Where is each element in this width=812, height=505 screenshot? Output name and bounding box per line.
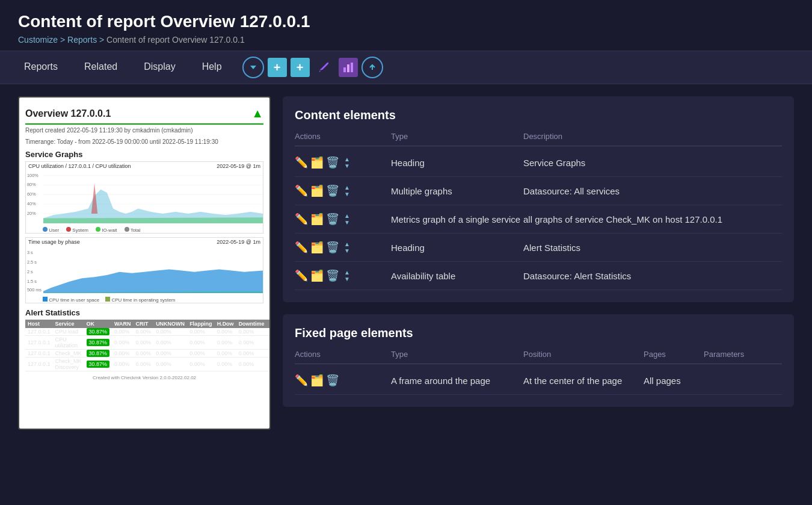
sort-up-2[interactable]: ▲ <box>344 184 350 191</box>
fixed-row-position-1: At the center of the page <box>523 376 644 386</box>
breadcrumb-customize[interactable]: Customize <box>18 35 58 45</box>
dropdown-icon[interactable] <box>242 57 264 78</box>
fixed-row-1: ✏️ 🗂️ 🗑️ A frame around the page At the … <box>295 367 782 395</box>
breadcrumb-current: Content of report Overview 127.0.0.1 <box>106 35 245 45</box>
th-hdow: H.Dow <box>215 320 236 328</box>
th-na: N.A <box>267 320 271 328</box>
tab-related[interactable]: Related <box>72 52 129 84</box>
fixed-copy-icon-1[interactable]: 🗂️ <box>310 374 324 387</box>
tab-display[interactable]: Display <box>132 52 187 84</box>
fixed-col-header-type: Type <box>391 350 523 359</box>
preview-footer: Created with Checkmk Version 2.0.0-2022.… <box>25 375 263 380</box>
preview-alert-table: Host Service OK WARN CRIT UNKNOWN Flappi… <box>25 320 271 371</box>
sort-arrows-3: ▲ ▼ <box>344 212 350 226</box>
chart-icon[interactable] <box>339 58 358 77</box>
content-elements-title: Content elements <box>295 108 782 122</box>
time-chart-label: Time usage by phase <box>28 239 80 245</box>
svg-text:1.5 s: 1.5 s <box>27 279 37 284</box>
sort-up-1[interactable]: ▲ <box>344 156 350 163</box>
content-row-1: ✏️ 🗂️ 🗑️ ▲ ▼ Heading Service Graphs <box>295 149 782 177</box>
cpu-legend: User System IO-wait Total <box>26 226 263 234</box>
sort-down-5[interactable]: ▼ <box>344 276 350 282</box>
action-icons-3: ✏️ 🗂️ 🗑️ ▲ ▼ <box>295 212 391 226</box>
fixed-col-header-position: Position <box>523 350 644 359</box>
content-elements-section: Content elements Actions Type Descriptio… <box>283 96 794 302</box>
th-ok: OK <box>84 320 112 328</box>
add-button-2[interactable]: + <box>291 58 310 77</box>
breadcrumb-reports[interactable]: Reports <box>67 35 97 45</box>
col-header-type: Type <box>391 132 523 141</box>
upload-icon[interactable] <box>361 57 383 78</box>
delete-icon-5[interactable]: 🗑️ <box>326 269 339 282</box>
th-host: Host <box>25 320 53 328</box>
row-desc-1: Service Graphs <box>523 158 782 168</box>
col-header-description: Description <box>523 132 782 141</box>
svg-rect-1 <box>347 64 349 72</box>
fixed-action-icons-1: ✏️ 🗂️ 🗑️ <box>295 374 391 387</box>
breadcrumb-sep2: > <box>99 35 106 45</box>
sort-down-2[interactable]: ▼ <box>344 191 350 197</box>
edit-pencil-icon[interactable] <box>313 57 335 78</box>
time-chart-date: 2022-05-19 @ 1m <box>217 239 260 245</box>
sort-up-4[interactable]: ▲ <box>344 241 350 247</box>
sort-up-5[interactable]: ▲ <box>344 269 350 276</box>
fixed-col-header-actions: Actions <box>295 350 391 359</box>
edit-icon-3[interactable]: ✏️ <box>295 212 308 226</box>
edit-icon-1[interactable]: ✏️ <box>295 156 308 169</box>
svg-rect-2 <box>351 63 353 72</box>
copy-icon-5[interactable]: 🗂️ <box>310 269 324 282</box>
fixed-row-pages-1: All pages <box>644 376 704 386</box>
delete-icon-3[interactable]: 🗑️ <box>326 212 339 226</box>
table-row: 127.0.0.1 CPU load 30.87% 0.00% 0.00% 0.… <box>25 328 271 336</box>
delete-icon-1[interactable]: 🗑️ <box>326 156 339 169</box>
svg-rect-0 <box>343 67 346 72</box>
row-desc-3: all graphs of service Check_MK on host 1… <box>523 214 782 225</box>
svg-text:100%: 100% <box>27 173 38 178</box>
fixed-col-header-parameters: Parameters <box>704 350 782 359</box>
action-icons-1: ✏️ 🗂️ 🗑️ ▲ ▼ <box>295 156 391 169</box>
sort-down-3[interactable]: ▼ <box>344 219 350 226</box>
copy-icon-1[interactable]: 🗂️ <box>310 156 324 169</box>
copy-icon-3[interactable]: 🗂️ <box>310 212 324 226</box>
row-type-4: Heading <box>391 243 523 253</box>
fixed-edit-icon-1[interactable]: ✏️ <box>295 374 308 387</box>
preview-title-text: Overview 127.0.0.1 <box>25 108 111 119</box>
delete-icon-2[interactable]: 🗑️ <box>326 184 339 197</box>
svg-text:40%: 40% <box>27 201 36 206</box>
breadcrumb: Customize > Reports > Content of report … <box>18 35 794 45</box>
col-header-actions: Actions <box>295 132 391 141</box>
time-legend: CPU time in user space CPU time in opera… <box>26 296 263 303</box>
fixed-delete-icon-1[interactable]: 🗑️ <box>326 374 339 387</box>
copy-icon-2[interactable]: 🗂️ <box>310 184 324 197</box>
fixed-row-type-1: A frame around the page <box>391 376 523 386</box>
sort-down-4[interactable]: ▼ <box>344 247 350 254</box>
sort-arrows-1: ▲ ▼ <box>344 156 350 169</box>
edit-icon-2[interactable]: ✏️ <box>295 184 308 197</box>
preview-title: Overview 127.0.0.1 ▲ <box>25 104 263 125</box>
page-header: Content of report Overview 127.0.0.1 Cus… <box>0 0 812 51</box>
row-desc-5: Datasource: Alert Statistics <box>523 271 782 281</box>
nav-icons: + + <box>242 57 383 78</box>
sort-down-1[interactable]: ▼ <box>344 163 350 169</box>
edit-icon-4[interactable]: ✏️ <box>295 241 308 254</box>
delete-icon-4[interactable]: 🗑️ <box>326 241 339 254</box>
content-row-3: ✏️ 🗂️ 🗑️ ▲ ▼ Metrics graph of a single s… <box>295 205 782 234</box>
add-button-1[interactable]: + <box>268 58 287 77</box>
edit-icon-5[interactable]: ✏️ <box>295 269 308 282</box>
svg-text:2.5 s: 2.5 s <box>27 259 37 265</box>
breadcrumb-sep1: > <box>60 35 67 45</box>
time-chart-svg: 3 s 2.5 s 2 s 1.5 s 500 ms <box>26 246 263 294</box>
th-warn: WARN <box>112 320 134 328</box>
tab-help[interactable]: Help <box>190 52 234 84</box>
right-panel: Content elements Actions Type Descriptio… <box>283 96 794 430</box>
svg-text:80%: 80% <box>27 182 36 187</box>
fixed-page-elements-title: Fixed page elements <box>295 326 782 340</box>
copy-icon-4[interactable]: 🗂️ <box>310 241 324 254</box>
fixed-col-header-pages: Pages <box>644 350 704 359</box>
page-title: Content of report Overview 127.0.0.1 <box>18 12 794 31</box>
nav-bar: Reports Related Display Help + + <box>0 51 812 84</box>
sort-up-3[interactable]: ▲ <box>344 212 350 219</box>
tab-reports[interactable]: Reports <box>12 52 70 84</box>
th-unknown: UNKNOWN <box>153 320 187 328</box>
row-type-5: Availability table <box>391 271 523 281</box>
